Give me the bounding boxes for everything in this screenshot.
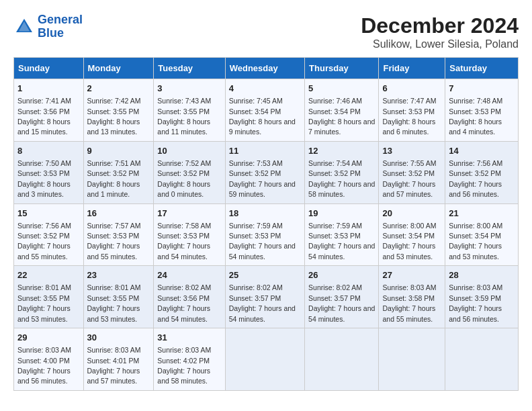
sunrise-info: Sunrise: 7:43 AM [157, 97, 211, 105]
day-number: 23 [87, 269, 150, 281]
sunset-info: Sunset: 3:54 PM [229, 107, 281, 116]
calendar-table: Sunday Monday Tuesday Wednesday Thursday… [13, 57, 519, 391]
header-row: Sunday Monday Tuesday Wednesday Thursday… [14, 58, 519, 79]
calendar-cell: 23Sunrise: 8:01 AMSunset: 3:55 PMDayligh… [83, 266, 154, 328]
week-row-5: 29Sunrise: 8:03 AMSunset: 4:00 PMDayligh… [14, 328, 519, 391]
day-number: 2 [87, 83, 150, 95]
daylight-info: Daylight: 7 hours and 56 minutes. [449, 180, 502, 198]
sunset-info: Sunset: 3:52 PM [308, 169, 361, 177]
daylight-info: Daylight: 7 hours and 53 minutes. [382, 242, 435, 260]
sunrise-info: Sunrise: 8:03 AM [382, 283, 436, 291]
day-number: 14 [449, 145, 515, 157]
sunset-info: Sunset: 3:52 PM [382, 169, 435, 177]
sunrise-info: Sunrise: 7:46 AM [308, 97, 362, 105]
col-wednesday: Wednesday [225, 58, 304, 79]
calendar-cell: 13Sunrise: 7:55 AMSunset: 3:52 PMDayligh… [379, 141, 445, 203]
day-number: 25 [229, 269, 301, 281]
day-number: 1 [17, 83, 80, 95]
col-saturday: Saturday [445, 58, 519, 79]
week-row-2: 8Sunrise: 7:50 AMSunset: 3:53 PMDaylight… [14, 141, 519, 203]
col-monday: Monday [83, 58, 154, 79]
subtitle: Sulikow, Lower Silesia, Poland [361, 38, 519, 50]
daylight-info: Daylight: 8 hours and 13 minutes. [87, 118, 140, 136]
sunrise-info: Sunrise: 7:45 AM [229, 97, 283, 105]
sunrise-info: Sunrise: 7:59 AM [308, 222, 362, 230]
day-number: 22 [17, 269, 80, 281]
daylight-info: Daylight: 7 hours and 59 minutes. [229, 180, 296, 198]
calendar-cell: 10Sunrise: 7:52 AMSunset: 3:52 PMDayligh… [154, 141, 225, 203]
daylight-info: Daylight: 7 hours and 55 minutes. [87, 242, 140, 260]
daylight-info: Daylight: 8 hours and 3 minutes. [17, 180, 71, 198]
sunrise-info: Sunrise: 8:03 AM [87, 346, 141, 354]
sunset-info: Sunset: 3:58 PM [382, 294, 435, 302]
calendar-cell: 14Sunrise: 7:56 AMSunset: 3:52 PMDayligh… [445, 141, 519, 203]
calendar-cell [305, 328, 379, 391]
daylight-info: Daylight: 8 hours and 11 minutes. [157, 118, 210, 136]
calendar-cell: 1Sunrise: 7:41 AMSunset: 3:56 PMDaylight… [14, 79, 84, 142]
sunrise-info: Sunrise: 8:00 AM [449, 222, 502, 230]
calendar-cell: 18Sunrise: 7:59 AMSunset: 3:53 PMDayligh… [225, 203, 304, 266]
day-number: 10 [157, 145, 221, 157]
sunset-info: Sunset: 3:54 PM [382, 232, 435, 240]
calendar-cell: 5Sunrise: 7:46 AMSunset: 3:54 PMDaylight… [305, 79, 379, 142]
calendar-cell: 11Sunrise: 7:53 AMSunset: 3:52 PMDayligh… [225, 141, 304, 203]
sunrise-info: Sunrise: 7:41 AM [17, 97, 71, 105]
sunrise-info: Sunrise: 8:02 AM [229, 283, 283, 291]
daylight-info: Daylight: 7 hours and 54 minutes. [229, 304, 296, 322]
daylight-info: Daylight: 7 hours and 56 minutes. [449, 304, 502, 322]
day-number: 12 [308, 145, 375, 157]
day-number: 4 [229, 83, 301, 95]
sunset-info: Sunset: 3:55 PM [87, 107, 140, 116]
sunset-info: Sunset: 3:55 PM [87, 294, 140, 302]
day-number: 8 [17, 145, 80, 157]
day-number: 11 [229, 145, 301, 157]
sunset-info: Sunset: 3:55 PM [157, 107, 210, 116]
day-number: 20 [382, 208, 441, 220]
sunset-info: Sunset: 3:54 PM [308, 107, 361, 116]
day-number: 17 [157, 208, 221, 220]
daylight-info: Daylight: 8 hours and 6 minutes. [382, 118, 435, 136]
calendar-cell: 7Sunrise: 7:48 AMSunset: 3:53 PMDaylight… [445, 79, 519, 142]
day-number: 9 [87, 145, 150, 157]
sunrise-info: Sunrise: 7:56 AM [449, 159, 502, 167]
week-row-1: 1Sunrise: 7:41 AMSunset: 3:56 PMDaylight… [14, 79, 519, 142]
sunset-info: Sunset: 4:00 PM [17, 357, 70, 365]
sunrise-info: Sunrise: 7:53 AM [229, 159, 283, 167]
calendar-cell: 22Sunrise: 8:01 AMSunset: 3:55 PMDayligh… [14, 266, 84, 328]
week-row-3: 15Sunrise: 7:56 AMSunset: 3:52 PMDayligh… [14, 203, 519, 266]
daylight-info: Daylight: 8 hours and 7 minutes. [308, 118, 375, 136]
day-number: 30 [87, 332, 150, 344]
sunrise-info: Sunrise: 7:42 AM [87, 97, 141, 105]
week-row-4: 22Sunrise: 8:01 AMSunset: 3:55 PMDayligh… [14, 266, 519, 328]
calendar-body: 1Sunrise: 7:41 AMSunset: 3:56 PMDaylight… [14, 79, 519, 391]
calendar-cell: 24Sunrise: 8:02 AMSunset: 3:56 PMDayligh… [154, 266, 225, 328]
daylight-info: Daylight: 7 hours and 54 minutes. [157, 242, 210, 260]
day-number: 3 [157, 83, 221, 95]
title-area: December 2024 Sulikow, Lower Silesia, Po… [361, 13, 519, 50]
day-number: 6 [382, 83, 441, 95]
calendar-cell: 20Sunrise: 8:00 AMSunset: 3:54 PMDayligh… [379, 203, 445, 266]
calendar-cell: 4Sunrise: 7:45 AMSunset: 3:54 PMDaylight… [225, 79, 304, 142]
sunrise-info: Sunrise: 7:48 AM [449, 97, 502, 105]
day-number: 21 [449, 208, 515, 220]
calendar-cell: 31Sunrise: 8:03 AMSunset: 4:02 PMDayligh… [154, 328, 225, 391]
day-number: 24 [157, 269, 221, 281]
sunset-info: Sunset: 3:59 PM [449, 294, 501, 302]
sunrise-info: Sunrise: 8:03 AM [449, 283, 502, 291]
sunset-info: Sunset: 3:53 PM [308, 232, 361, 240]
day-number: 26 [308, 269, 375, 281]
sunset-info: Sunset: 3:53 PM [87, 232, 140, 240]
sunrise-info: Sunrise: 8:03 AM [17, 346, 71, 354]
sunset-info: Sunset: 4:02 PM [157, 357, 210, 365]
sunrise-info: Sunrise: 7:56 AM [17, 222, 71, 230]
day-number: 29 [17, 332, 80, 344]
calendar-cell: 2Sunrise: 7:42 AMSunset: 3:55 PMDaylight… [83, 79, 154, 142]
calendar-cell: 9Sunrise: 7:51 AMSunset: 3:52 PMDaylight… [83, 141, 154, 203]
logo-text: General Blue [38, 13, 83, 40]
sunset-info: Sunset: 3:56 PM [157, 294, 210, 302]
sunset-info: Sunset: 3:53 PM [157, 232, 210, 240]
sunset-info: Sunset: 3:56 PM [17, 107, 70, 116]
calendar-cell [379, 328, 445, 391]
col-friday: Friday [379, 58, 445, 79]
sunset-info: Sunset: 3:52 PM [17, 232, 70, 240]
